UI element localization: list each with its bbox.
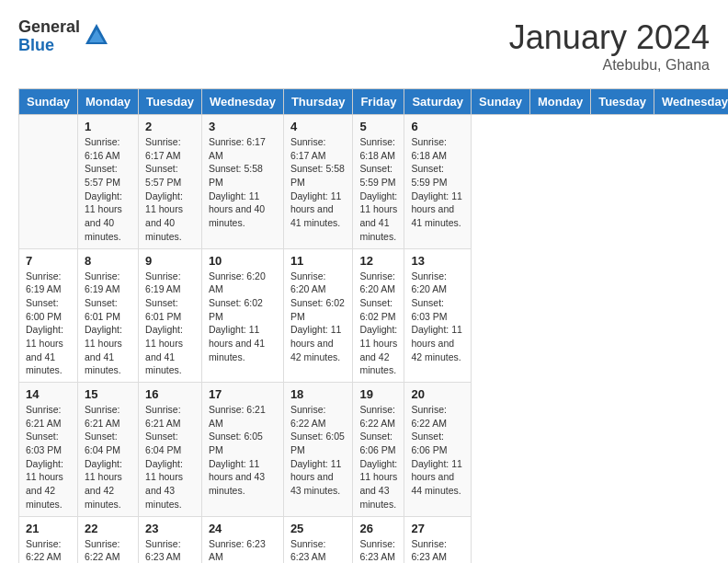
calendar-cell: 7Sunrise: 6:19 AMSunset: 6:00 PMDaylight… [19,248,78,383]
day-detail: Sunrise: 6:17 AMSunset: 5:57 PMDaylight:… [145,135,195,244]
calendar-cell: 19Sunrise: 6:22 AMSunset: 6:06 PMDayligh… [353,383,404,517]
header-sunday: Sunday [19,89,78,115]
day-detail: Sunrise: 6:19 AMSunset: 6:01 PMDaylight:… [145,270,195,378]
logo-icon [84,22,109,48]
day-number: 24 [209,522,277,535]
day-detail: Sunrise: 6:23 AMSunset: 6:07 PMDaylight:… [145,537,195,564]
calendar-cell: 27Sunrise: 6:23 AMSunset: 6:09 PMDayligh… [404,516,472,563]
day-detail: Sunrise: 6:17 AMSunset: 5:58 PMDaylight:… [209,135,277,230]
day-number: 10 [209,254,277,268]
day-detail: Sunrise: 6:18 AMSunset: 5:59 PMDaylight:… [359,135,397,244]
calendar-cell: 3Sunrise: 6:17 AMSunset: 5:58 PMDaylight… [201,115,283,249]
col-header-monday: Monday [530,89,591,115]
day-detail: Sunrise: 6:21 AMSunset: 6:04 PMDaylight:… [85,403,131,511]
day-number: 12 [359,254,397,268]
calendar-cell: 8Sunrise: 6:19 AMSunset: 6:01 PMDaylight… [77,248,138,383]
day-detail: Sunrise: 6:23 AMSunset: 6:09 PMDaylight:… [359,537,397,564]
day-detail: Sunrise: 6:20 AMSunset: 6:02 PMDaylight:… [359,270,397,378]
calendar-cell: 26Sunrise: 6:23 AMSunset: 6:09 PMDayligh… [353,516,404,563]
day-detail: Sunrise: 6:19 AMSunset: 6:01 PMDaylight:… [85,270,131,378]
day-number: 3 [209,120,277,133]
calendar-cell: 25Sunrise: 6:23 AMSunset: 6:08 PMDayligh… [283,516,353,563]
calendar-cell: 18Sunrise: 6:22 AMSunset: 6:05 PMDayligh… [283,383,353,517]
day-detail: Sunrise: 6:20 AMSunset: 6:02 PMDaylight:… [209,270,277,364]
calendar-table: SundayMondayTuesdayWednesdayThursdayFrid… [18,88,728,563]
day-detail: Sunrise: 6:22 AMSunset: 6:05 PMDaylight:… [290,403,347,498]
day-detail: Sunrise: 6:17 AMSunset: 5:58 PMDaylight:… [290,135,347,230]
day-number: 15 [85,387,131,401]
day-number: 17 [209,387,277,401]
day-number: 6 [411,120,464,133]
day-detail: Sunrise: 6:22 AMSunset: 6:07 PMDaylight:… [85,537,131,564]
calendar-cell: 14Sunrise: 6:21 AMSunset: 6:03 PMDayligh… [19,383,78,517]
day-number: 26 [359,522,397,535]
day-number: 27 [411,522,464,535]
calendar-cell: 21Sunrise: 6:22 AMSunset: 6:07 PMDayligh… [19,516,78,563]
location-subtitle: Atebubu, Ghana [509,57,710,74]
day-detail: Sunrise: 6:21 AMSunset: 6:05 PMDaylight:… [209,403,277,498]
calendar-cell: 2Sunrise: 6:17 AMSunset: 5:57 PMDaylight… [139,115,202,249]
day-number: 11 [290,254,347,268]
col-header-sunday: Sunday [472,89,530,115]
calendar-cell: 23Sunrise: 6:23 AMSunset: 6:07 PMDayligh… [139,516,202,563]
day-detail: Sunrise: 6:16 AMSunset: 5:57 PMDaylight:… [85,135,131,244]
day-number: 19 [359,387,397,401]
day-detail: Sunrise: 6:18 AMSunset: 5:59 PMDaylight:… [411,135,464,230]
logo-blue-text: Blue [18,37,80,55]
col-header-tuesday: Tuesday [591,89,654,115]
calendar-cell: 13Sunrise: 6:20 AMSunset: 6:03 PMDayligh… [404,248,472,383]
calendar-cell [19,115,78,249]
logo-general-text: General [18,18,80,37]
day-number: 23 [145,522,195,535]
day-number: 21 [26,522,71,535]
header-saturday: Saturday [404,89,472,115]
month-year-title: January 2024 [509,18,710,57]
calendar-header-row: SundayMondayTuesdayWednesdayThursdayFrid… [19,89,729,115]
calendar-cell: 22Sunrise: 6:22 AMSunset: 6:07 PMDayligh… [77,516,138,563]
calendar-cell: 11Sunrise: 6:20 AMSunset: 6:02 PMDayligh… [283,248,353,383]
calendar-cell: 17Sunrise: 6:21 AMSunset: 6:05 PMDayligh… [201,383,283,517]
calendar-cell: 24Sunrise: 6:23 AMSunset: 6:08 PMDayligh… [201,516,283,563]
day-number: 9 [145,254,195,268]
day-detail: Sunrise: 6:20 AMSunset: 6:02 PMDaylight:… [290,270,347,364]
calendar-cell: 16Sunrise: 6:21 AMSunset: 6:04 PMDayligh… [139,383,202,517]
day-number: 8 [85,254,131,268]
calendar-week-row: 7Sunrise: 6:19 AMSunset: 6:00 PMDaylight… [19,248,729,383]
day-detail: Sunrise: 6:23 AMSunset: 6:08 PMDaylight:… [290,537,347,564]
day-number: 13 [411,254,464,268]
page-header: General Blue January 2024 Atebubu, Ghana [18,18,710,74]
calendar-cell: 5Sunrise: 6:18 AMSunset: 5:59 PMDaylight… [353,115,404,249]
day-detail: Sunrise: 6:22 AMSunset: 6:06 PMDaylight:… [359,403,397,511]
calendar-week-row: 1Sunrise: 6:16 AMSunset: 5:57 PMDaylight… [19,115,729,249]
day-number: 4 [290,120,347,133]
header-wednesday: Wednesday [201,89,283,115]
day-number: 20 [411,387,464,401]
calendar-week-row: 21Sunrise: 6:22 AMSunset: 6:07 PMDayligh… [19,516,729,563]
day-detail: Sunrise: 6:22 AMSunset: 6:06 PMDaylight:… [411,403,464,498]
calendar-cell: 15Sunrise: 6:21 AMSunset: 6:04 PMDayligh… [77,383,138,517]
day-number: 5 [359,120,397,133]
calendar-cell: 6Sunrise: 6:18 AMSunset: 5:59 PMDaylight… [404,115,472,249]
day-number: 7 [26,254,71,268]
day-detail: Sunrise: 6:20 AMSunset: 6:03 PMDaylight:… [411,270,464,364]
day-number: 1 [85,120,131,133]
day-detail: Sunrise: 6:21 AMSunset: 6:04 PMDaylight:… [145,403,195,511]
day-number: 22 [85,522,131,535]
calendar-cell: 4Sunrise: 6:17 AMSunset: 5:58 PMDaylight… [283,115,353,249]
calendar-cell: 10Sunrise: 6:20 AMSunset: 6:02 PMDayligh… [201,248,283,383]
header-monday: Monday [77,89,138,115]
calendar-cell: 20Sunrise: 6:22 AMSunset: 6:06 PMDayligh… [404,383,472,517]
header-friday: Friday [353,89,404,115]
calendar-week-row: 14Sunrise: 6:21 AMSunset: 6:03 PMDayligh… [19,383,729,517]
title-section: January 2024 Atebubu, Ghana [509,18,710,74]
header-tuesday: Tuesday [139,89,202,115]
day-detail: Sunrise: 6:23 AMSunset: 6:09 PMDaylight:… [411,537,464,564]
calendar-cell: 1Sunrise: 6:16 AMSunset: 5:57 PMDaylight… [77,115,138,249]
day-detail: Sunrise: 6:22 AMSunset: 6:07 PMDaylight:… [26,537,71,564]
header-thursday: Thursday [283,89,353,115]
day-number: 16 [145,387,195,401]
calendar-cell: 9Sunrise: 6:19 AMSunset: 6:01 PMDaylight… [139,248,202,383]
day-detail: Sunrise: 6:23 AMSunset: 6:08 PMDaylight:… [209,537,277,564]
calendar-cell: 12Sunrise: 6:20 AMSunset: 6:02 PMDayligh… [353,248,404,383]
day-number: 14 [26,387,71,401]
